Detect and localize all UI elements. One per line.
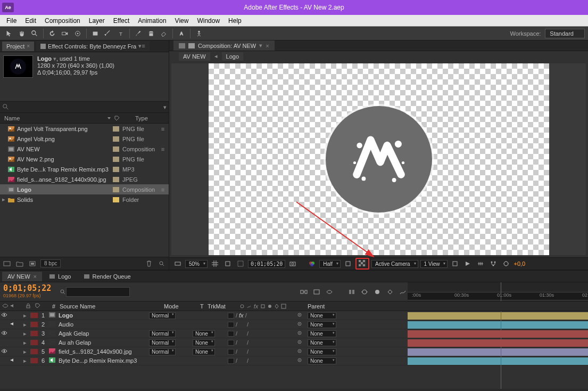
zoom-tool[interactable] (29, 28, 40, 39)
composition-viewer[interactable] (171, 63, 586, 255)
playhead-line[interactable] (501, 311, 501, 389)
auto-keyframe-button[interactable] (385, 288, 395, 296)
transparency-grid-button[interactable] (355, 258, 369, 270)
workspace-dropdown[interactable]: Standard (545, 29, 585, 38)
layer-bar[interactable] (408, 312, 588, 320)
project-search-input[interactable] (10, 104, 163, 110)
exposure-value[interactable]: +0,0 (514, 260, 525, 267)
roto-brush-tool[interactable] (176, 28, 187, 39)
new-folder-button[interactable] (15, 259, 24, 268)
comp-mini-flowchart-button[interactable] (299, 288, 309, 296)
project-item[interactable]: field_s...anse_9182_1440x900.jpgJPEG (0, 174, 169, 184)
snapshot-button[interactable] (287, 259, 298, 268)
close-icon[interactable]: × (27, 43, 30, 49)
comp-flowchart-button[interactable] (488, 259, 499, 268)
pixel-aspect-button[interactable] (450, 259, 460, 268)
reset-exposure-button[interactable] (501, 259, 511, 268)
column-name[interactable]: Name (4, 115, 106, 121)
breadcrumb-item[interactable]: AV NEW (179, 52, 210, 61)
menu-composition[interactable]: Composition (40, 16, 85, 26)
svg-rect-45 (363, 264, 365, 266)
draft-3d-button[interactable] (312, 288, 321, 296)
dropdown-icon[interactable]: ▾ (163, 104, 167, 111)
zoom-dropdown[interactable]: 50% (185, 260, 208, 268)
menu-help[interactable]: Help (224, 16, 246, 26)
frame-blend-button[interactable] (347, 288, 357, 296)
menu-file[interactable]: File (2, 16, 21, 26)
sort-icon[interactable] (106, 116, 112, 121)
pan-behind-tool[interactable] (72, 28, 84, 39)
menu-layer[interactable]: Layer (85, 16, 109, 26)
project-item[interactable]: LogoComposition≡ (0, 184, 169, 194)
layer-bar[interactable] (408, 339, 588, 347)
motion-blur-button[interactable] (360, 288, 369, 296)
brush-tool[interactable] (132, 28, 144, 39)
layer-bar[interactable] (408, 321, 588, 329)
timeline-timecode[interactable]: 0;01;05;22 (3, 283, 53, 293)
project-item[interactable]: AV NEWComposition≡ (0, 144, 169, 154)
menu-edit[interactable]: Edit (21, 16, 40, 26)
rectangle-tool[interactable] (89, 28, 101, 39)
layer-bar[interactable] (408, 357, 588, 365)
layer-bar[interactable] (408, 348, 588, 356)
project-item[interactable]: ▸SolidsFolder (0, 194, 169, 205)
menu-window[interactable]: Window (193, 16, 224, 26)
puppet-tool[interactable] (193, 28, 205, 39)
column-type[interactable]: Type (135, 115, 148, 121)
current-time[interactable]: 0;01;05;20 (248, 260, 285, 268)
selection-tool[interactable] (3, 28, 15, 39)
close-icon[interactable]: × (266, 43, 269, 49)
timeline-ruler[interactable]: :00s00:30s01:00s01:30s02 (408, 282, 588, 301)
project-item[interactable]: Byte De...k Trap Remix Remix.mp3MP3 (0, 164, 169, 174)
layer-bar[interactable] (408, 330, 588, 338)
svg-point-15 (10, 158, 11, 159)
viewer-controls: 50% 0;01;05;20 Half Active Camera 1 View… (169, 257, 588, 270)
rotation-tool[interactable] (46, 28, 58, 39)
always-preview-button[interactable] (172, 259, 183, 268)
menu-animation[interactable]: Animation (134, 16, 170, 26)
camera-dropdown[interactable]: Active Camera (371, 260, 418, 268)
views-dropdown[interactable]: 1 View (420, 260, 448, 268)
eraser-tool[interactable] (158, 28, 170, 39)
mask-button[interactable] (235, 259, 246, 268)
svg-rect-31 (175, 262, 180, 265)
timeline-tab[interactable]: Logo (44, 272, 76, 281)
effect-controls-tab[interactable]: Effect Controls: Byte Denneyz Fra▾≡ (36, 41, 150, 51)
camera-tool[interactable] (59, 28, 71, 39)
interpret-footage-button[interactable] (2, 259, 12, 268)
delete-button[interactable] (144, 259, 154, 268)
menu-view[interactable]: View (171, 16, 193, 26)
project-item[interactable]: Angel Volt Transparent.pngPNG file≡ (0, 124, 169, 134)
grid-button[interactable] (210, 259, 220, 268)
hand-tool[interactable] (16, 28, 28, 39)
type-tool[interactable]: T (115, 28, 127, 39)
bpc-indicator[interactable]: 8 bpc (40, 259, 61, 267)
composition-tab[interactable]: Composition: AV NEW ▾ × (173, 40, 275, 51)
playhead[interactable] (501, 282, 501, 301)
timeline-search-input[interactable] (66, 287, 130, 297)
project-item[interactable]: Angel Volt.pngPNG file (0, 134, 169, 144)
pen-tool[interactable] (102, 28, 114, 39)
search-footer-button[interactable] (157, 259, 167, 268)
channel-button[interactable] (307, 259, 317, 268)
clone-stamp-tool[interactable] (145, 28, 157, 39)
svg-rect-13 (9, 148, 13, 151)
timeline-tab[interactable]: AV NEW× (2, 272, 42, 281)
svg-point-6 (198, 30, 200, 32)
project-list[interactable]: Angel Volt Transparent.pngPNG file≡Angel… (0, 124, 169, 257)
resolution-dropdown[interactable]: Half (319, 260, 341, 268)
fast-preview-button[interactable] (462, 259, 473, 268)
brainstorm-button[interactable] (372, 288, 382, 296)
shy-button[interactable] (325, 288, 334, 296)
timeline-tab[interactable]: Render Queue (79, 272, 136, 281)
timeline-layers[interactable]: ▸ 1 Logo Normal /fx/ None ▸ 2 Audio // N… (0, 311, 588, 389)
timeline-button[interactable] (475, 259, 486, 268)
new-comp-button[interactable] (28, 259, 37, 268)
project-tab[interactable]: Project× (2, 42, 34, 51)
project-item[interactable]: AV New 2.pngPNG file (0, 154, 169, 164)
roi-button[interactable] (343, 259, 353, 268)
guides-button[interactable] (222, 259, 233, 268)
graph-editor-button[interactable] (398, 288, 408, 296)
menu-effect[interactable]: Effect (109, 16, 134, 26)
breadcrumb-item[interactable]: Logo (222, 52, 243, 61)
